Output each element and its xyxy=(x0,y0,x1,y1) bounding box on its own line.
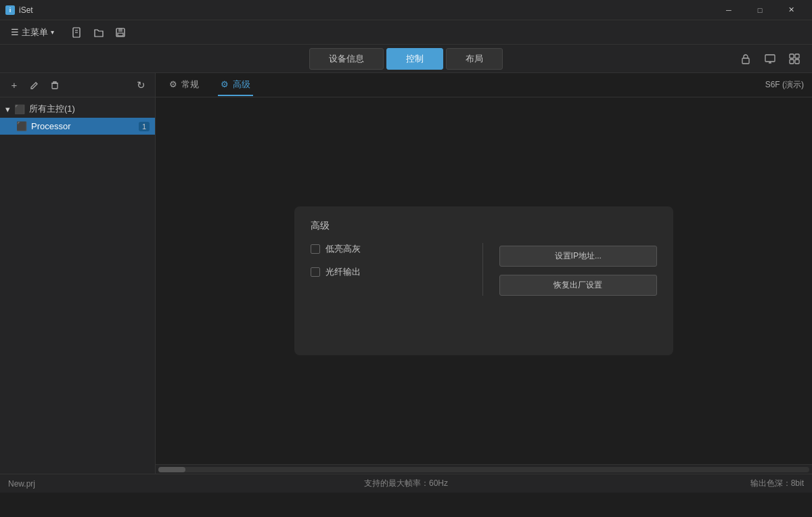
maximize-button[interactable]: □ xyxy=(744,0,775,20)
top-tabs: 设备信息 控制 布局 xyxy=(309,48,503,70)
hamburger-icon: ☰ xyxy=(11,27,19,37)
sub-tabs: ⚙ 常规 ⚙ 高级 S6F (演示) xyxy=(156,73,812,97)
gear-icon: ⚙ xyxy=(169,79,177,89)
svg-rect-13 xyxy=(795,60,799,64)
checkbox-low-brightness-label: 低亮高灰 xyxy=(325,243,361,255)
sidebar-group-header[interactable]: ▾ ⬛ 所有主控(1) xyxy=(0,100,155,118)
toolbar-right xyxy=(736,49,804,68)
app-title: iSet xyxy=(19,5,33,15)
sidebar: + ↻ ▾ ⬛ 所有主控(1) ⬛ xyxy=(0,73,156,474)
svg-rect-5 xyxy=(118,33,123,36)
group-label: 所有主控(1) xyxy=(29,103,75,115)
monitor-icon[interactable] xyxy=(761,49,780,68)
checkbox-low-brightness-box[interactable] xyxy=(311,244,320,254)
titlebar-left: i iSet xyxy=(5,5,33,15)
minimize-button[interactable]: ─ xyxy=(713,0,744,20)
statusbar: New.prj 支持的最大帧率：60Hz 输出色深：8bit xyxy=(0,474,812,493)
tab-device-info[interactable]: 设备信息 xyxy=(309,48,384,70)
titlebar: i iSet ─ □ ✕ xyxy=(0,0,812,20)
processor-badge: 1 xyxy=(139,122,150,131)
main-layout: + ↻ ▾ ⬛ 所有主控(1) ⬛ xyxy=(0,73,812,474)
checkbox-fiber-output-box[interactable] xyxy=(311,267,320,277)
scrollbar-track[interactable] xyxy=(158,467,809,472)
top-toolbar: 设备信息 控制 布局 xyxy=(0,45,812,73)
scrollbar-thumb[interactable] xyxy=(158,467,185,472)
sidebar-item-processor[interactable]: ⬛ Processor 1 xyxy=(0,118,155,135)
factory-reset-button[interactable]: 恢复出厂设置 xyxy=(499,275,658,296)
content-main: 高级 低亮高灰 光纤输出 设置IP地址... 恢 xyxy=(156,97,812,464)
advanced-panel: 高级 低亮高灰 光纤输出 设置IP地址... 恢 xyxy=(294,206,673,355)
advanced-left: 低亮高灰 光纤输出 xyxy=(311,243,483,296)
svg-rect-6 xyxy=(742,58,749,64)
menubar-icons xyxy=(68,23,130,42)
statusbar-bitdepth: 输出色深：8bit xyxy=(750,478,804,489)
statusbar-file: New.prj xyxy=(8,479,35,489)
processor-icon: ⬛ xyxy=(16,121,27,131)
refresh-button[interactable]: ↻ xyxy=(132,76,150,94)
delete-button[interactable] xyxy=(46,76,64,94)
sidebar-toolbar: + ↻ xyxy=(0,73,155,97)
titlebar-controls: ─ □ ✕ xyxy=(713,0,807,20)
sub-tab-normal-label: 常规 xyxy=(181,78,199,91)
save-file-button[interactable] xyxy=(111,23,130,42)
close-button[interactable]: ✕ xyxy=(775,0,807,20)
svg-rect-11 xyxy=(795,54,799,58)
group-chevron-icon: ▾ xyxy=(5,104,10,114)
sub-tab-advanced-label: 高级 xyxy=(233,78,250,91)
sidebar-group: ▾ ⬛ 所有主控(1) ⬛ Processor 1 xyxy=(0,97,155,137)
svg-rect-7 xyxy=(765,55,775,62)
add-button[interactable]: + xyxy=(5,76,23,94)
sub-tab-advanced[interactable]: ⚙ 高级 xyxy=(218,74,253,96)
svg-rect-14 xyxy=(52,83,58,89)
advanced-panel-body: 低亮高灰 光纤输出 设置IP地址... 恢复出厂设置 xyxy=(311,243,657,296)
tab-control[interactable]: 控制 xyxy=(386,48,443,70)
svg-rect-4 xyxy=(118,28,122,32)
set-ip-button[interactable]: 设置IP地址... xyxy=(499,246,658,267)
processor-label: Processor xyxy=(31,121,71,131)
tab-layout[interactable]: 布局 xyxy=(446,48,503,70)
svg-rect-12 xyxy=(790,60,794,64)
advanced-right: 设置IP地址... 恢复出厂设置 xyxy=(483,243,658,296)
checkbox-fiber-output[interactable]: 光纤输出 xyxy=(311,266,469,278)
lock-icon[interactable] xyxy=(736,49,755,68)
edit-button[interactable] xyxy=(26,76,43,94)
main-menu-item[interactable]: ☰ 主菜单 ▾ xyxy=(5,24,60,41)
horizontal-scrollbar[interactable] xyxy=(156,464,812,474)
menu-label: 主菜单 xyxy=(22,26,48,39)
menubar: ☰ 主菜单 ▾ xyxy=(0,20,812,45)
advanced-gear-icon: ⚙ xyxy=(221,79,229,89)
group-device-icon: ⬛ xyxy=(14,104,25,114)
checkbox-low-brightness[interactable]: 低亮高灰 xyxy=(311,243,469,255)
sub-tabs-right-label: S6F (演示) xyxy=(765,79,804,91)
content-area: ⚙ 常规 ⚙ 高级 S6F (演示) 高级 低亮高灰 xyxy=(156,73,812,474)
advanced-panel-title: 高级 xyxy=(311,220,657,232)
svg-rect-10 xyxy=(790,54,794,58)
statusbar-fps: 支持的最大帧率：60Hz xyxy=(364,478,448,489)
chevron-down-icon: ▾ xyxy=(51,28,54,36)
sub-tab-normal[interactable]: ⚙ 常规 xyxy=(166,74,202,96)
open-file-button[interactable] xyxy=(89,23,108,42)
new-file-button[interactable] xyxy=(68,23,87,42)
app-icon: i xyxy=(5,5,15,15)
expand-icon[interactable] xyxy=(785,49,804,68)
checkbox-fiber-output-label: 光纤输出 xyxy=(325,266,361,278)
